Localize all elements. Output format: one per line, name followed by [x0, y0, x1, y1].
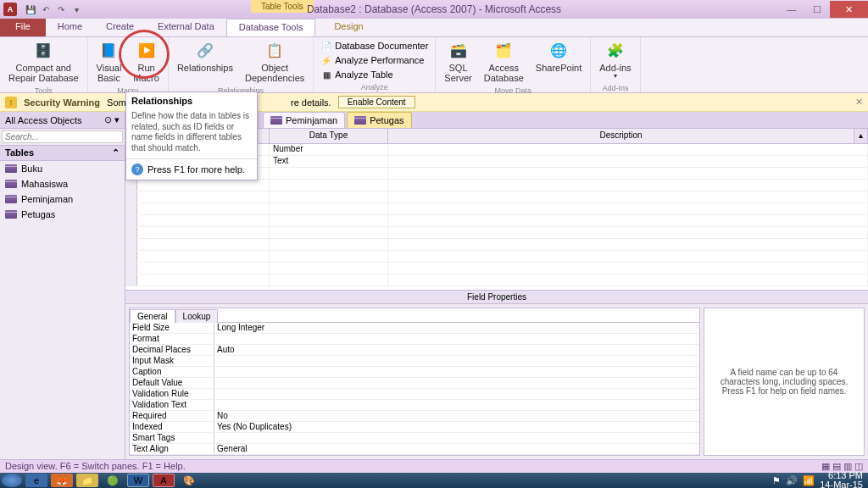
ribbon-group-move-data: 🗃️SQL Server 🗂️Access Database 🌐SharePoi… — [436, 37, 591, 92]
taskbar-access[interactable]: A — [153, 474, 175, 487]
minimize-button[interactable]: — — [779, 1, 804, 18]
prop-row[interactable]: Default Value — [130, 378, 699, 389]
close-icon[interactable]: ✕ — [855, 97, 863, 108]
nav-item-buku[interactable]: Buku — [0, 161, 125, 176]
tab-home[interactable]: Home — [46, 19, 94, 36]
taskbar-explorer[interactable]: 📁 — [76, 474, 98, 487]
tab-general[interactable]: General — [130, 309, 175, 323]
doc-tab-petugas[interactable]: Petugas — [347, 112, 411, 128]
grid-row[interactable] — [125, 274, 868, 286]
doc-icon: 📄 — [320, 40, 332, 52]
tab-file[interactable]: File — [0, 19, 46, 36]
sql-server-button[interactable]: 🗃️SQL Server — [441, 39, 475, 85]
taskbar-paint[interactable]: 🎨 — [178, 474, 200, 487]
taskbar-ie[interactable]: e — [25, 474, 47, 487]
nav-section-tables[interactable]: Tables⌃ — [0, 145, 125, 161]
tab-external-data[interactable]: External Data — [146, 19, 226, 36]
status-text: Design view. F6 = Switch panes. F1 = Hel… — [5, 461, 186, 472]
grid-row[interactable] — [125, 180, 868, 191]
grid-row[interactable] — [125, 251, 868, 263]
prop-row[interactable]: Smart Tags — [130, 433, 699, 444]
relationships-tooltip: Relationships Define how the data in tab… — [125, 92, 258, 180]
object-dependencies-button[interactable]: 📋Object Dependencies — [242, 39, 308, 85]
grid-row[interactable] — [125, 203, 868, 215]
relationships-button[interactable]: 🔗Relationships — [174, 39, 236, 85]
table-icon — [5, 180, 17, 188]
prop-row[interactable]: Caption — [130, 367, 699, 378]
security-title: Security Warning — [24, 97, 100, 108]
window-title: Database2 : Database (Access 2007) - Mic… — [307, 3, 561, 15]
field-properties-label: Field Properties — [125, 290, 868, 304]
tray-volume-icon[interactable]: 🔊 — [786, 475, 798, 486]
save-icon[interactable]: 💾 — [24, 3, 37, 16]
nav-item-petugas[interactable]: Petugas — [0, 207, 125, 222]
prop-row[interactable]: Text AlignGeneral — [130, 444, 699, 455]
prop-row[interactable]: Validation Rule — [130, 389, 699, 400]
app-icon: A — [3, 3, 17, 16]
tray-network-icon[interactable]: 📶 — [803, 475, 815, 486]
database-documenter-button[interactable]: 📄Database Documenter — [319, 39, 430, 53]
qat-dropdown-icon[interactable]: ▾ — [70, 3, 83, 16]
prop-row[interactable]: Format — [130, 334, 699, 345]
nav-item-peminjaman[interactable]: Peminjaman — [0, 191, 125, 207]
grid-row[interactable] — [125, 227, 868, 239]
nav-item-mahasiswa[interactable]: Mahasiswa — [0, 176, 125, 191]
vb-icon: 📘 — [98, 41, 119, 61]
compact-repair-button[interactable]: 🗄️Compact and Repair Database — [5, 39, 82, 85]
warning-icon: ! — [5, 97, 17, 108]
taskbar-firefox[interactable]: 🦊 — [51, 474, 73, 487]
status-bar: Design view. F6 = Switch panes. F1 = Hel… — [0, 459, 868, 473]
tab-database-tools[interactable]: Database Tools — [226, 19, 316, 36]
run-macro-button[interactable]: ▶️Run Macro — [130, 39, 163, 85]
tab-design[interactable]: Design — [322, 19, 375, 36]
properties-grid: General Lookup Field SizeLong IntegerFor… — [129, 308, 700, 456]
start-button[interactable] — [2, 474, 22, 487]
prop-row[interactable]: IndexedYes (No Duplicates) — [130, 422, 699, 433]
tray-clock[interactable]: 6:13 PM14-Mar-15 — [820, 471, 863, 488]
group-label: Add-Ins — [596, 84, 634, 92]
grid-row[interactable] — [125, 263, 868, 274]
collapse-icon[interactable]: ⌃ — [112, 147, 120, 158]
close-button[interactable]: ✕ — [830, 1, 868, 18]
grid-row[interactable] — [125, 215, 868, 227]
doc-tab-peminjaman[interactable]: Peminjaman — [263, 112, 345, 128]
prop-row[interactable]: RequiredNo — [130, 411, 699, 422]
sharepoint-button[interactable]: 🌐SharePoint — [532, 39, 585, 85]
tray-flag-icon[interactable]: ⚑ — [772, 475, 781, 486]
visual-basic-button[interactable]: 📘Visual Basic — [93, 39, 125, 85]
prop-row[interactable]: Field SizeLong Integer — [130, 323, 699, 334]
ribbon: 🗄️Compact and Repair Database Tools 📘Vis… — [0, 37, 868, 93]
sql-icon: 🗃️ — [448, 41, 469, 61]
table-icon — [354, 116, 366, 125]
prop-row[interactable]: Decimal PlacesAuto — [130, 345, 699, 356]
windows-taskbar: e 🦊 📁 🟢 W A 🎨 ⚑ 🔊 📶 6:13 PM14-Mar-15 — [0, 473, 868, 488]
analyze-table-button[interactable]: ▦Analyze Table — [319, 68, 430, 81]
grid-row[interactable] — [125, 191, 868, 203]
ribbon-group-addins: 🧩Add-ins▾ Add-Ins — [591, 37, 640, 92]
undo-icon[interactable]: ↶ — [39, 3, 53, 16]
tooltip-title: Relationships — [126, 92, 257, 109]
tab-lookup[interactable]: Lookup — [175, 309, 219, 323]
dependencies-icon: 📋 — [264, 41, 285, 61]
tab-create[interactable]: Create — [94, 19, 146, 36]
addins-button[interactable]: 🧩Add-ins▾ — [596, 39, 634, 82]
nav-header[interactable]: All Access Objects⊙ ▾ — [0, 112, 125, 129]
search-input[interactable] — [2, 130, 123, 143]
enable-content-button[interactable]: Enable Content — [338, 96, 415, 108]
access-database-button[interactable]: 🗂️Access Database — [481, 39, 527, 85]
col-data-type[interactable]: Data Type — [270, 129, 388, 143]
col-description[interactable]: Description — [388, 129, 854, 143]
taskbar-chrome[interactable]: 🟢 — [102, 474, 124, 487]
taskbar-word[interactable]: W — [127, 474, 149, 487]
redo-icon[interactable]: ↷ — [54, 3, 68, 16]
maximize-button[interactable]: ☐ — [804, 1, 830, 18]
prop-row[interactable]: Validation Text — [130, 400, 699, 411]
grid-row[interactable] — [125, 239, 868, 251]
nav-search — [0, 129, 125, 145]
scrollbar-up[interactable]: ▴ — [854, 129, 868, 143]
analyze-performance-button[interactable]: ⚡Analyze Performance — [319, 53, 430, 67]
quick-access-toolbar: 💾 ↶ ↷ ▾ — [24, 3, 83, 16]
prop-row[interactable]: Input Mask — [130, 356, 699, 367]
table-icon — [270, 116, 282, 125]
chevron-down-icon[interactable]: ⊙ ▾ — [104, 114, 120, 125]
